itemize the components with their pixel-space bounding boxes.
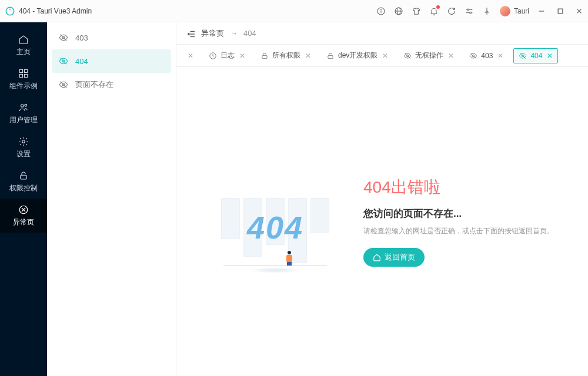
tabs-bar: ✕ 日志 ✕ 所有权限 ✕ dev开发权限 ✕ — [176, 45, 588, 67]
submenu-item-label: 404 — [75, 57, 88, 66]
home-icon — [373, 253, 381, 261]
breadcrumb: 异常页 → 404 — [176, 22, 588, 45]
tab-close-icon[interactable]: ✕ — [547, 52, 553, 60]
svg-rect-19 — [19, 74, 22, 77]
content-area: 异常页 → 404 ✕ 日志 ✕ 所有权限 ✕ de — [176, 22, 588, 376]
svg-rect-20 — [25, 74, 28, 77]
tab-close-icon[interactable]: ✕ — [497, 52, 503, 60]
submenu: 403 404 页面不存在 — [47, 22, 176, 376]
maximize-button[interactable] — [556, 7, 564, 15]
tab-404[interactable]: 404 ✕ — [513, 48, 558, 63]
eye-off-icon — [59, 80, 68, 89]
settings-sliders-icon[interactable] — [465, 6, 474, 16]
grid-icon — [18, 68, 29, 79]
tab-label: dev开发权限 — [338, 51, 377, 61]
svg-rect-39 — [328, 55, 333, 58]
illustration-person-icon — [286, 251, 293, 265]
notification-dot-icon — [436, 5, 440, 9]
error-subtitle: 您访问的页面不存在... — [363, 207, 554, 220]
error-description: 请检查您输入的网址是否正确，或点击下面的按钮返回首页。 — [363, 226, 554, 236]
error-title: 404出错啦 — [363, 176, 554, 199]
sidebar: 主页 组件示例 用户管理 设置 权限控制 异常页 — [0, 22, 47, 376]
breadcrumb-separator: → — [230, 29, 238, 38]
tab-no-permission[interactable]: 无权操作 ✕ — [398, 48, 459, 63]
tab-dev-permissions[interactable]: dev开发权限 ✕ — [321, 48, 393, 63]
tab-close-icon[interactable]: ✕ — [382, 52, 388, 60]
tab-403[interactable]: 403 ✕ — [464, 48, 509, 63]
submenu-item-not-found[interactable]: 页面不存在 — [52, 73, 171, 96]
submenu-item-label: 页面不存在 — [75, 79, 113, 90]
sidebar-item-users[interactable]: 用户管理 — [0, 96, 47, 130]
tab-label: 403 — [481, 52, 493, 60]
svg-point-4 — [381, 9, 382, 9]
svg-rect-17 — [19, 69, 22, 72]
sidebar-item-label: 主页 — [16, 47, 31, 57]
tab-truncated[interactable]: ✕ — [181, 48, 199, 63]
user-avatar[interactable] — [500, 6, 510, 16]
svg-rect-18 — [25, 69, 28, 72]
button-label: 返回首页 — [385, 252, 415, 263]
eye-off-icon — [519, 52, 527, 60]
pin-icon[interactable] — [482, 6, 492, 16]
tab-close-icon[interactable]: ✕ — [239, 52, 245, 60]
svg-point-1 — [9, 8, 11, 10]
info-icon[interactable] — [376, 6, 386, 16]
sidebar-item-label: 权限控制 — [9, 183, 38, 193]
sidebar-item-error-pages[interactable]: 异常页 — [0, 199, 47, 233]
tab-label: 所有权限 — [272, 51, 300, 61]
eye-off-icon — [403, 52, 412, 60]
lock-icon — [326, 52, 335, 60]
sidebar-item-settings[interactable]: 设置 — [0, 130, 47, 164]
eye-off-icon — [59, 33, 68, 42]
tab-label: 无权操作 — [415, 51, 443, 61]
sidebar-item-permissions[interactable]: 权限控制 — [0, 164, 47, 199]
lock-icon — [260, 52, 269, 60]
tab-close-icon[interactable]: ✕ — [448, 52, 454, 60]
svg-rect-38 — [262, 55, 267, 58]
menu-collapse-icon[interactable] — [186, 29, 195, 38]
breadcrumb-group[interactable]: 异常页 — [201, 28, 224, 39]
back-home-button[interactable]: 返回首页 — [363, 248, 425, 267]
clock-icon — [209, 52, 217, 60]
submenu-item-404[interactable]: 404 — [52, 49, 171, 73]
submenu-item-403[interactable]: 403 — [52, 26, 171, 49]
tab-all-permissions[interactable]: 所有权限 ✕ — [255, 48, 316, 63]
tab-close-icon[interactable]: ✕ — [305, 52, 311, 60]
svg-point-10 — [467, 9, 469, 11]
refresh-icon[interactable] — [447, 6, 456, 16]
titlebar: 404 - Tauri Vue3 Admin Tauri — [0, 0, 588, 22]
illustration-404: 404 — [211, 163, 340, 280]
shirt-icon[interactable] — [412, 6, 421, 16]
eye-off-icon — [59, 56, 68, 66]
sidebar-item-label: 用户管理 — [9, 115, 38, 125]
tab-log[interactable]: 日志 ✕ — [203, 48, 250, 63]
close-button[interactable] — [575, 7, 583, 15]
globe-icon[interactable] — [394, 6, 403, 16]
error-message-box: 404出错啦 您访问的页面不存在... 请检查您输入的网址是否正确，或点击下面的… — [363, 176, 554, 267]
svg-point-11 — [470, 12, 472, 14]
page-404: 404 404出错啦 您访问的页面不存在... 请检查您输入的网址是否正确，或点… — [176, 67, 588, 376]
gear-icon — [18, 136, 29, 147]
window-controls — [537, 7, 583, 15]
toolbar-icons — [376, 6, 492, 16]
app-logo-icon — [5, 6, 15, 16]
svg-rect-14 — [558, 9, 563, 14]
svg-point-23 — [22, 140, 25, 143]
sidebar-item-components[interactable]: 组件示例 — [0, 62, 47, 96]
username-label[interactable]: Tauri — [514, 7, 529, 15]
svg-rect-24 — [21, 175, 27, 179]
tab-close-icon[interactable]: ✕ — [188, 52, 193, 60]
svg-point-0 — [6, 7, 14, 15]
tab-label: 404 — [530, 52, 542, 60]
sidebar-item-home[interactable]: 主页 — [0, 28, 47, 62]
submenu-item-label: 403 — [75, 33, 88, 42]
minimize-button[interactable] — [537, 7, 546, 15]
bell-icon[interactable] — [429, 6, 439, 16]
sidebar-item-label: 设置 — [16, 149, 31, 159]
breadcrumb-current: 404 — [243, 29, 256, 38]
svg-point-21 — [21, 104, 24, 107]
home-icon — [18, 34, 29, 45]
error-icon — [18, 204, 29, 215]
illustration-404-number: 404 — [247, 209, 303, 246]
window-title: 404 - Tauri Vue3 Admin — [19, 7, 92, 15]
